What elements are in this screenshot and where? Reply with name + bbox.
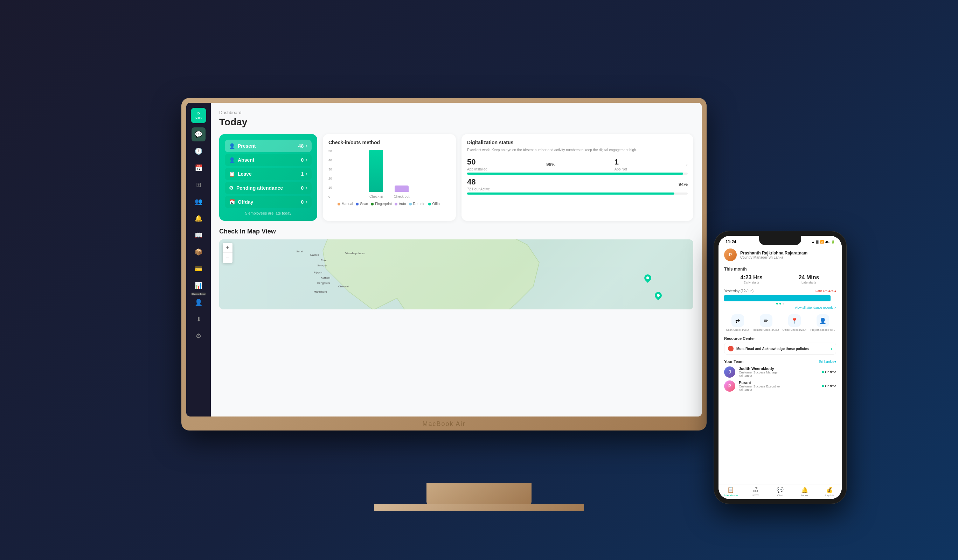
phone-screen: 11:24 ▲ ||| 📶 4G 🔋 P Prashanth Rajkrishn… — [718, 236, 842, 499]
digital-row-active: 48 72 Hour Active 94% — [467, 177, 688, 195]
offday-count: 0 — [301, 199, 304, 205]
member-purani-country: Sri Lanka — [739, 388, 818, 392]
phone-actions: ⇄ Scan Check-in/out ✏ Remote Check-in/ou… — [718, 312, 842, 334]
map-zoom-out[interactable]: − — [223, 253, 233, 263]
chart-legend: Manual Scan Fingerprint — [328, 202, 450, 206]
project-based-label: Project-based Pre... — [810, 328, 835, 331]
sidebar-item-cube[interactable]: 📦 — [192, 245, 206, 259]
phone-device: 11:24 ▲ ||| 📶 4G 🔋 P Prashanth Rajkrishn… — [714, 231, 847, 504]
phone-header: P Prashanth Rajkrishna Rajaratnam Countr… — [718, 246, 842, 264]
nav-payme[interactable]: 💰 Pay Me — [817, 487, 842, 497]
early-starts-val: 4:23 Hrs — [724, 274, 779, 281]
policy-row[interactable]: Must Read and Acknowledge these policies… — [724, 343, 836, 354]
sidebar-item-dashboard[interactable]: 💬 — [192, 127, 206, 141]
leave-count: 1 — [301, 171, 304, 177]
policy-text: Must Read and Acknowledge these policies — [736, 347, 809, 351]
member-judith-name: Judith Weerakkody — [739, 367, 818, 371]
signal-icon: ▲ — [812, 240, 815, 244]
nav-inbox-label: Inbox — [801, 494, 809, 497]
nav-chat[interactable]: 💬 Chat — [768, 487, 792, 497]
offday-row[interactable]: 📅 Offday 0 › — [225, 196, 312, 208]
purani-status-dot — [822, 385, 824, 387]
late-starts-label: Late starts — [782, 281, 836, 284]
remote-checkin-button[interactable]: ✏ Remote Check-in/out — [752, 314, 779, 331]
chevron-right-icon: › — [686, 162, 688, 167]
late-starts-val: 24 Mins — [782, 274, 836, 281]
member-judith-status: On time — [822, 370, 836, 374]
nav-payme-icon: 💰 — [826, 487, 833, 493]
attendance-card: 👤 Present 48 › 👤 Absent — [219, 134, 317, 221]
sidebar-item-download[interactable]: ⬇ — [192, 312, 206, 326]
present-count: 48 — [298, 143, 304, 149]
map-zoom-in[interactable]: + — [223, 243, 233, 253]
late-starts-stat: 24 Mins Late starts — [782, 274, 836, 284]
timeline-dot-3 — [783, 303, 784, 304]
team-location[interactable]: Sri Lanka ▾ — [819, 360, 836, 364]
pending-row[interactable]: ⚙ Pending attendance 0 › — [225, 182, 312, 194]
nav-attendance[interactable]: 📋 Attendance — [718, 487, 743, 497]
pending-icon: ⚙ — [229, 185, 233, 191]
sidebar-item-settings[interactable]: ⚙ — [192, 329, 206, 343]
present-row[interactable]: 👤 Present 48 › — [225, 140, 312, 152]
installed-progress-bar — [467, 172, 683, 175]
sidebar-item-grid[interactable]: ⊞ — [192, 178, 206, 192]
view-all-link[interactable]: View all attendance records > — [724, 306, 836, 309]
legend-scan: Scan — [356, 202, 368, 206]
phone-this-month-section: This month 4:23 Hrs Early starts 24 Mins… — [718, 264, 842, 287]
scan-checkin-label: Scan Check-in/out — [726, 328, 749, 331]
active-progress-wrap — [467, 193, 688, 195]
offday-arrow: › — [306, 199, 308, 205]
remote-checkin-icon: ✏ — [760, 314, 772, 327]
wifi-icon: 📶 — [820, 240, 824, 244]
map-title: Check In Map View — [219, 228, 693, 235]
sidebar-item-users[interactable]: 👥 — [192, 195, 206, 209]
absent-icon: 👤 — [229, 157, 235, 163]
phone-bottom-nav: 📋 Attendance 🏖 Leave 💬 Chat 🔔 Inbox 💰 — [718, 484, 842, 499]
sidebar-item-clock[interactable]: 🕐 — [192, 144, 206, 158]
macbook-base — [374, 504, 584, 511]
yesterday-late-badge: Late 1m 47s ▴ — [815, 289, 836, 293]
legend-manual: Manual — [338, 202, 353, 206]
nav-inbox[interactable]: 🔔 Inbox — [792, 487, 817, 497]
absent-row[interactable]: 👤 Absent 0 › — [225, 153, 312, 166]
chart-area: 50 40 30 20 10 0 Check in — [328, 149, 450, 198]
sidebar-item-book[interactable]: 📖 — [192, 228, 206, 242]
project-based-button[interactable]: 👤 Project-based Pre... — [809, 314, 836, 331]
legend-dot-remote — [409, 202, 412, 206]
absent-label: Absent — [238, 157, 254, 163]
scan-checkin-button[interactable]: ⇄ Scan Check-in/out — [724, 314, 751, 331]
chevron-down-icon: ▾ — [834, 360, 836, 364]
sidebar-item-analytics[interactable]: 📊 — [192, 278, 206, 293]
app-logo[interactable]: bbetter — [191, 108, 206, 123]
installed-progress-wrap — [467, 172, 688, 175]
nav-inbox-icon: 🔔 — [801, 487, 808, 493]
nav-leave-label: Leave — [752, 494, 760, 497]
digitalization-card: Digitalization status Excellent work. Ke… — [462, 134, 693, 221]
timeline-dots — [724, 303, 836, 304]
macbook-label: MacBook Air — [422, 420, 465, 428]
sidebar-item-card[interactable]: 💳 — [192, 262, 206, 276]
map-background: Surat Nashik Pune Visakhapatnam Solapur … — [219, 239, 693, 309]
nav-leave[interactable]: 🏖 Leave — [743, 487, 768, 497]
active-val: 48 — [467, 177, 490, 187]
sidebar-item-team[interactable]: 👤 — [192, 296, 206, 309]
installed-label: App Installed — [467, 167, 487, 171]
nav-leave-icon: 🏖 — [753, 487, 758, 493]
legend-dot-auto — [395, 202, 397, 206]
office-checkin-label: Office Check-in/out — [783, 328, 806, 331]
digital-row-installed: 50 App Installed 98% 1 App Not › — [467, 158, 688, 175]
macbook-bezel: bbetter 💬 🕐 📅 ⊞ 👥 🔔 📖 📦 💳 📊 Coming Soon … — [181, 98, 707, 430]
your-team-title: Your Team — [724, 359, 743, 364]
leave-row[interactable]: 📋 Leave 1 › — [225, 168, 312, 180]
chart-title: Check-in/outs method — [328, 140, 450, 145]
late-note: 5 employees are late today — [225, 211, 312, 215]
early-starts-label: Early starts — [724, 281, 779, 284]
legend-dot-office — [428, 202, 431, 206]
sidebar-item-bell[interactable]: 🔔 — [192, 211, 206, 225]
office-checkin-button[interactable]: 📍 Office Check-in/out — [781, 314, 808, 331]
sidebar-item-calendar[interactable]: 📅 — [192, 161, 206, 175]
this-month-title: This month — [724, 267, 836, 272]
team-location-text: Sri Lanka — [819, 360, 834, 364]
legend-remote: Remote — [409, 202, 425, 206]
leave-icon: 📋 — [229, 171, 235, 177]
